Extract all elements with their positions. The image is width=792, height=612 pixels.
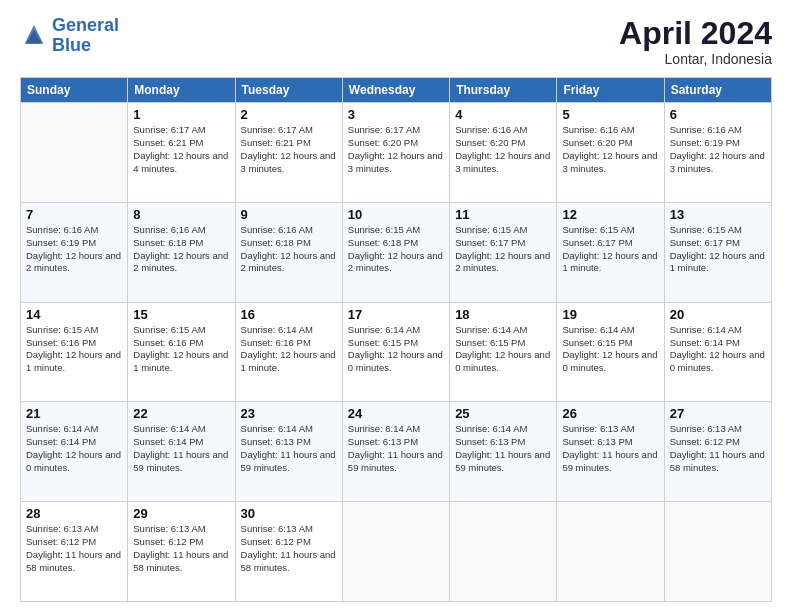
calendar-cell: 12Sunrise: 6:15 AMSunset: 6:17 PMDayligh… [557, 202, 664, 302]
day-number: 17 [348, 307, 444, 322]
location-subtitle: Lontar, Indonesia [619, 51, 772, 67]
calendar-cell [557, 502, 664, 602]
calendar-cell: 1Sunrise: 6:17 AMSunset: 6:21 PMDaylight… [128, 103, 235, 203]
day-number: 13 [670, 207, 766, 222]
day-number: 12 [562, 207, 658, 222]
day-number: 22 [133, 406, 229, 421]
day-number: 21 [26, 406, 122, 421]
day-info: Sunrise: 6:14 AMSunset: 6:16 PMDaylight:… [241, 324, 337, 375]
calendar-table: SundayMondayTuesdayWednesdayThursdayFrid… [20, 77, 772, 602]
day-number: 5 [562, 107, 658, 122]
day-number: 29 [133, 506, 229, 521]
calendar-cell: 18Sunrise: 6:14 AMSunset: 6:15 PMDayligh… [450, 302, 557, 402]
day-info: Sunrise: 6:15 AMSunset: 6:17 PMDaylight:… [670, 224, 766, 275]
day-info: Sunrise: 6:17 AMSunset: 6:21 PMDaylight:… [133, 124, 229, 175]
day-number: 6 [670, 107, 766, 122]
calendar-cell: 25Sunrise: 6:14 AMSunset: 6:13 PMDayligh… [450, 402, 557, 502]
day-info: Sunrise: 6:14 AMSunset: 6:14 PMDaylight:… [26, 423, 122, 474]
day-info: Sunrise: 6:14 AMSunset: 6:13 PMDaylight:… [455, 423, 551, 474]
day-info: Sunrise: 6:14 AMSunset: 6:13 PMDaylight:… [348, 423, 444, 474]
day-info: Sunrise: 6:15 AMSunset: 6:16 PMDaylight:… [26, 324, 122, 375]
calendar-cell: 7Sunrise: 6:16 AMSunset: 6:19 PMDaylight… [21, 202, 128, 302]
calendar-cell: 3Sunrise: 6:17 AMSunset: 6:20 PMDaylight… [342, 103, 449, 203]
calendar-cell: 6Sunrise: 6:16 AMSunset: 6:19 PMDaylight… [664, 103, 771, 203]
calendar-cell: 26Sunrise: 6:13 AMSunset: 6:13 PMDayligh… [557, 402, 664, 502]
calendar-cell: 14Sunrise: 6:15 AMSunset: 6:16 PMDayligh… [21, 302, 128, 402]
day-number: 15 [133, 307, 229, 322]
week-row-3: 14Sunrise: 6:15 AMSunset: 6:16 PMDayligh… [21, 302, 772, 402]
calendar-cell [664, 502, 771, 602]
calendar-body: 1Sunrise: 6:17 AMSunset: 6:21 PMDaylight… [21, 103, 772, 602]
day-number: 8 [133, 207, 229, 222]
day-info: Sunrise: 6:16 AMSunset: 6:20 PMDaylight:… [455, 124, 551, 175]
day-number: 30 [241, 506, 337, 521]
day-number: 20 [670, 307, 766, 322]
day-number: 16 [241, 307, 337, 322]
logo-icon [20, 22, 48, 50]
calendar-cell: 29Sunrise: 6:13 AMSunset: 6:12 PMDayligh… [128, 502, 235, 602]
day-info: Sunrise: 6:14 AMSunset: 6:13 PMDaylight:… [241, 423, 337, 474]
calendar-cell: 9Sunrise: 6:16 AMSunset: 6:18 PMDaylight… [235, 202, 342, 302]
title-block: April 2024 Lontar, Indonesia [619, 16, 772, 67]
calendar-cell [21, 103, 128, 203]
weekday-header-row: SundayMondayTuesdayWednesdayThursdayFrid… [21, 78, 772, 103]
calendar-cell: 23Sunrise: 6:14 AMSunset: 6:13 PMDayligh… [235, 402, 342, 502]
day-info: Sunrise: 6:14 AMSunset: 6:14 PMDaylight:… [133, 423, 229, 474]
week-row-2: 7Sunrise: 6:16 AMSunset: 6:19 PMDaylight… [21, 202, 772, 302]
calendar-cell: 5Sunrise: 6:16 AMSunset: 6:20 PMDaylight… [557, 103, 664, 203]
day-number: 26 [562, 406, 658, 421]
day-number: 25 [455, 406, 551, 421]
header: General Blue April 2024 Lontar, Indonesi… [20, 16, 772, 67]
day-info: Sunrise: 6:13 AMSunset: 6:13 PMDaylight:… [562, 423, 658, 474]
calendar-cell: 17Sunrise: 6:14 AMSunset: 6:15 PMDayligh… [342, 302, 449, 402]
day-number: 28 [26, 506, 122, 521]
day-info: Sunrise: 6:15 AMSunset: 6:17 PMDaylight:… [562, 224, 658, 275]
logo: General Blue [20, 16, 119, 56]
day-number: 27 [670, 406, 766, 421]
day-number: 9 [241, 207, 337, 222]
weekday-monday: Monday [128, 78, 235, 103]
day-info: Sunrise: 6:14 AMSunset: 6:15 PMDaylight:… [348, 324, 444, 375]
day-info: Sunrise: 6:13 AMSunset: 6:12 PMDaylight:… [26, 523, 122, 574]
month-title: April 2024 [619, 16, 772, 51]
calendar-cell [450, 502, 557, 602]
day-number: 3 [348, 107, 444, 122]
day-info: Sunrise: 6:13 AMSunset: 6:12 PMDaylight:… [241, 523, 337, 574]
day-info: Sunrise: 6:16 AMSunset: 6:19 PMDaylight:… [670, 124, 766, 175]
calendar-cell: 24Sunrise: 6:14 AMSunset: 6:13 PMDayligh… [342, 402, 449, 502]
day-number: 23 [241, 406, 337, 421]
day-number: 10 [348, 207, 444, 222]
day-info: Sunrise: 6:16 AMSunset: 6:20 PMDaylight:… [562, 124, 658, 175]
calendar-cell: 30Sunrise: 6:13 AMSunset: 6:12 PMDayligh… [235, 502, 342, 602]
weekday-sunday: Sunday [21, 78, 128, 103]
calendar-cell: 28Sunrise: 6:13 AMSunset: 6:12 PMDayligh… [21, 502, 128, 602]
weekday-friday: Friday [557, 78, 664, 103]
day-number: 24 [348, 406, 444, 421]
weekday-thursday: Thursday [450, 78, 557, 103]
calendar-cell: 15Sunrise: 6:15 AMSunset: 6:16 PMDayligh… [128, 302, 235, 402]
day-info: Sunrise: 6:17 AMSunset: 6:21 PMDaylight:… [241, 124, 337, 175]
day-info: Sunrise: 6:15 AMSunset: 6:16 PMDaylight:… [133, 324, 229, 375]
calendar-cell: 22Sunrise: 6:14 AMSunset: 6:14 PMDayligh… [128, 402, 235, 502]
calendar-cell [342, 502, 449, 602]
day-number: 7 [26, 207, 122, 222]
day-number: 4 [455, 107, 551, 122]
calendar-cell: 2Sunrise: 6:17 AMSunset: 6:21 PMDaylight… [235, 103, 342, 203]
weekday-saturday: Saturday [664, 78, 771, 103]
day-info: Sunrise: 6:16 AMSunset: 6:18 PMDaylight:… [241, 224, 337, 275]
calendar-cell: 11Sunrise: 6:15 AMSunset: 6:17 PMDayligh… [450, 202, 557, 302]
day-number: 2 [241, 107, 337, 122]
day-info: Sunrise: 6:15 AMSunset: 6:17 PMDaylight:… [455, 224, 551, 275]
calendar-cell: 10Sunrise: 6:15 AMSunset: 6:18 PMDayligh… [342, 202, 449, 302]
day-number: 1 [133, 107, 229, 122]
calendar-cell: 8Sunrise: 6:16 AMSunset: 6:18 PMDaylight… [128, 202, 235, 302]
day-number: 19 [562, 307, 658, 322]
calendar-cell: 4Sunrise: 6:16 AMSunset: 6:20 PMDaylight… [450, 103, 557, 203]
logo-line1: General [52, 15, 119, 35]
weekday-wednesday: Wednesday [342, 78, 449, 103]
logo-line2: Blue [52, 35, 91, 55]
day-info: Sunrise: 6:16 AMSunset: 6:19 PMDaylight:… [26, 224, 122, 275]
week-row-4: 21Sunrise: 6:14 AMSunset: 6:14 PMDayligh… [21, 402, 772, 502]
calendar-cell: 20Sunrise: 6:14 AMSunset: 6:14 PMDayligh… [664, 302, 771, 402]
day-info: Sunrise: 6:14 AMSunset: 6:15 PMDaylight:… [455, 324, 551, 375]
